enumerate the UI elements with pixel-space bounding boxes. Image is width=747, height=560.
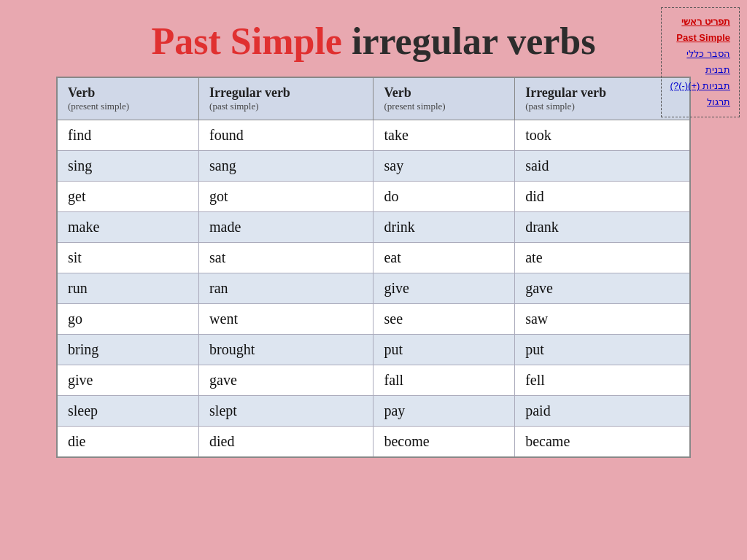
table-cell: give bbox=[374, 273, 515, 304]
table-cell: do bbox=[374, 182, 515, 212]
table-cell: ate bbox=[515, 243, 690, 273]
table-cell: sang bbox=[199, 151, 374, 182]
table-row: gowentseesaw bbox=[57, 304, 690, 335]
table-cell: saw bbox=[515, 304, 690, 335]
nav-past-simple[interactable]: Past Simple bbox=[670, 30, 730, 46]
table-cell: became bbox=[515, 427, 690, 458]
title-irregular: irregular verbs bbox=[352, 20, 596, 62]
table-cell: sleep bbox=[57, 396, 199, 427]
table-cell: fell bbox=[515, 365, 690, 396]
col-verb1: Verb (present simple) bbox=[57, 77, 199, 120]
table-cell: drank bbox=[515, 212, 690, 243]
nav-patterns[interactable]: תבניות (+)(-)?) bbox=[670, 78, 730, 94]
nav-main[interactable]: תפריט ראשי bbox=[670, 14, 730, 30]
table-cell: sat bbox=[199, 243, 374, 273]
table-cell: become bbox=[374, 427, 515, 458]
table-cell: sit bbox=[57, 243, 199, 273]
table-cell: took bbox=[515, 120, 690, 151]
table-cell: ran bbox=[199, 273, 374, 304]
table-cell: give bbox=[57, 365, 199, 396]
verbs-table: Verb (present simple) Irregular verb (pa… bbox=[56, 77, 691, 458]
table-cell: found bbox=[199, 120, 374, 151]
table-cell: bring bbox=[57, 335, 199, 365]
table-cell: put bbox=[374, 335, 515, 365]
page-title: Past Simple irregular verbs bbox=[0, 0, 747, 77]
nav-box: תפריט ראשי Past Simple הסבר כללי תבנית ת… bbox=[661, 7, 740, 117]
table-cell: say bbox=[374, 151, 515, 182]
table-row: sitsateatate bbox=[57, 243, 690, 273]
table-row: getgotdodid bbox=[57, 182, 690, 212]
title-past-simple: Past Simple bbox=[151, 20, 341, 62]
table-row: bringbroughtputput bbox=[57, 335, 690, 365]
table-cell: eat bbox=[374, 243, 515, 273]
table-cell: did bbox=[515, 182, 690, 212]
nav-practice[interactable]: תרגול bbox=[670, 94, 730, 110]
table-cell: slept bbox=[199, 396, 374, 427]
table-cell: made bbox=[199, 212, 374, 243]
table-row: findfoundtaketook bbox=[57, 120, 690, 151]
nav-general[interactable]: הסבר כללי bbox=[670, 46, 730, 62]
table-row: makemadedrinkdrank bbox=[57, 212, 690, 243]
table-row: diediedbecomebecame bbox=[57, 427, 690, 458]
table-cell: drink bbox=[374, 212, 515, 243]
table-cell: said bbox=[515, 151, 690, 182]
table-cell: pay bbox=[374, 396, 515, 427]
table-cell: fall bbox=[374, 365, 515, 396]
table-cell: put bbox=[515, 335, 690, 365]
table-cell: make bbox=[57, 212, 199, 243]
table-row: singsangsaysaid bbox=[57, 151, 690, 182]
col-verb2: Verb (present simple) bbox=[374, 77, 515, 120]
table-header: Verb (present simple) Irregular verb (pa… bbox=[57, 77, 690, 120]
table-cell: got bbox=[199, 182, 374, 212]
table-cell: paid bbox=[515, 396, 690, 427]
table-cell: brought bbox=[199, 335, 374, 365]
header-row: Verb (present simple) Irregular verb (pa… bbox=[57, 77, 690, 120]
table-row: givegavefallfell bbox=[57, 365, 690, 396]
table-cell: died bbox=[199, 427, 374, 458]
table-cell: go bbox=[57, 304, 199, 335]
col-irregular1: Irregular verb (past simple) bbox=[199, 77, 374, 120]
table-cell: gave bbox=[199, 365, 374, 396]
table-row: runrangivegave bbox=[57, 273, 690, 304]
table-row: sleepsleptpaypaid bbox=[57, 396, 690, 427]
table-cell: get bbox=[57, 182, 199, 212]
table-cell: take bbox=[374, 120, 515, 151]
table-cell: see bbox=[374, 304, 515, 335]
table-body: findfoundtaketooksingsangsaysaidgetgotdo… bbox=[57, 120, 690, 458]
table-cell: die bbox=[57, 427, 199, 458]
table-cell: find bbox=[57, 120, 199, 151]
verbs-table-container: Verb (present simple) Irregular verb (pa… bbox=[56, 77, 691, 458]
table-cell: run bbox=[57, 273, 199, 304]
nav-structure[interactable]: תבנית bbox=[670, 62, 730, 78]
table-cell: sing bbox=[57, 151, 199, 182]
table-cell: gave bbox=[515, 273, 690, 304]
table-cell: went bbox=[199, 304, 374, 335]
